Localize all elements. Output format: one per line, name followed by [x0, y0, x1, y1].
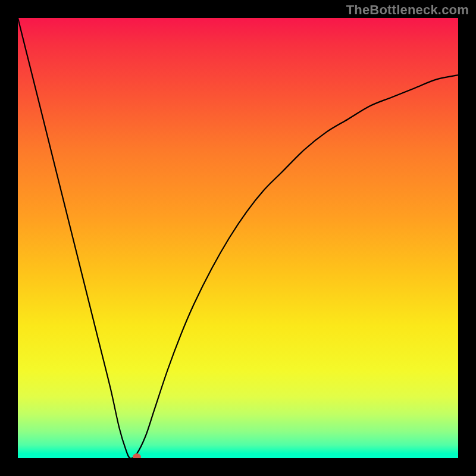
watermark: TheBottleneck.com — [346, 2, 469, 18]
curve-svg — [18, 18, 458, 458]
bottleneck-curve — [18, 18, 458, 458]
plot-area — [18, 18, 458, 458]
optimum-marker — [133, 453, 141, 458]
chart-frame: TheBottleneck.com — [0, 0, 476, 476]
